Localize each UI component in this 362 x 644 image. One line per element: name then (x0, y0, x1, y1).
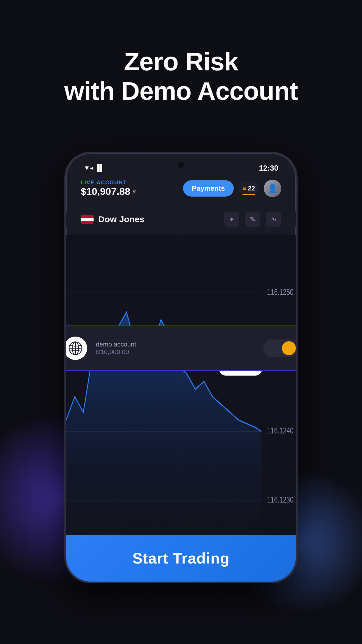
symbol-tools: ⌖ ✎ ∿ (224, 212, 281, 227)
hero-line2: with Demo Account (64, 76, 298, 105)
chevron-down-icon[interactable]: ▾ (133, 188, 136, 195)
user-avatar[interactable]: 👤 (264, 180, 281, 197)
tool-pencil-button[interactable]: ✎ (245, 212, 260, 227)
us-flag-icon (81, 215, 94, 224)
svg-text:116.1230: 116.1230 (267, 495, 294, 504)
demo-account-card: demo account Đ10,000.00 (64, 326, 298, 371)
demo-toggle[interactable] (263, 340, 298, 357)
chart-icon: ∿ (271, 215, 277, 223)
hero-line1: Zero Risk (124, 47, 238, 76)
svg-text:116.1250: 116.1250 (267, 287, 294, 297)
globe-svg (68, 341, 83, 356)
account-type-label: LIVE ACCOUNT (81, 180, 136, 186)
app-header: LIVE ACCOUNT $10,907.88 ▾ Payments ≡ 22 … (66, 180, 296, 197)
status-time: 12:30 (259, 164, 279, 173)
account-section: LIVE ACCOUNT $10,907.88 ▾ (81, 180, 136, 197)
balance-value: $10,907.88 (81, 186, 130, 197)
notification-count: 22 (248, 185, 255, 192)
wifi-icon: ▼◂ (84, 164, 93, 172)
status-icons-left: ▼◂ ▐▌ (84, 164, 104, 172)
header-right: Payments ≡ 22 👤 (183, 180, 281, 197)
demo-left: demo account Đ10,000.00 (64, 337, 136, 360)
pencil-icon: ✎ (250, 215, 256, 223)
tool-chart-button[interactable]: ∿ (266, 212, 281, 227)
svg-text:116.1240: 116.1240 (267, 426, 294, 435)
notification-badge[interactable]: ≡ 22 (238, 182, 259, 195)
tool-cursor-button[interactable]: ⌖ (224, 212, 239, 227)
chart-area: 116.1250 116.1245 116.1240 116.1230 116.… (66, 235, 296, 582)
cursor-icon: ⌖ (230, 215, 234, 223)
account-balance: $10,907.88 ▾ (81, 186, 136, 197)
globe-icon (64, 337, 87, 360)
demo-text-block: demo account Đ10,000.00 (96, 341, 136, 356)
start-trading-button[interactable]: Start Trading (66, 535, 296, 582)
signal-icon: ▐▌ (95, 164, 104, 172)
notification-underline (242, 194, 255, 195)
phone-mockup: ▼◂ ▐▌ 12:30 LIVE ACCOUNT $10,907.88 ▾ Pa… (64, 152, 298, 583)
demo-account-label: demo account (96, 341, 136, 348)
phone-camera (178, 162, 184, 168)
hero-title: Zero Risk with Demo Account (0, 47, 362, 106)
payments-button[interactable]: Payments (183, 180, 233, 197)
notification-icon: ≡ (242, 185, 246, 192)
price-chart: 116.1250 116.1245 116.1240 116.1230 116.… (66, 235, 296, 582)
symbol-left: Dow Jones (81, 214, 224, 224)
hero-section: Zero Risk with Demo Account (0, 47, 362, 106)
symbol-name[interactable]: Dow Jones (98, 214, 144, 224)
toggle-thumb (282, 341, 296, 355)
demo-account-balance: Đ10,000.00 (96, 348, 136, 356)
phone-body: ▼◂ ▐▌ 12:30 LIVE ACCOUNT $10,907.88 ▾ Pa… (64, 152, 298, 583)
symbol-bar: Dow Jones ⌖ ✎ ∿ (66, 212, 296, 227)
cta-label: Start Trading (132, 550, 230, 567)
